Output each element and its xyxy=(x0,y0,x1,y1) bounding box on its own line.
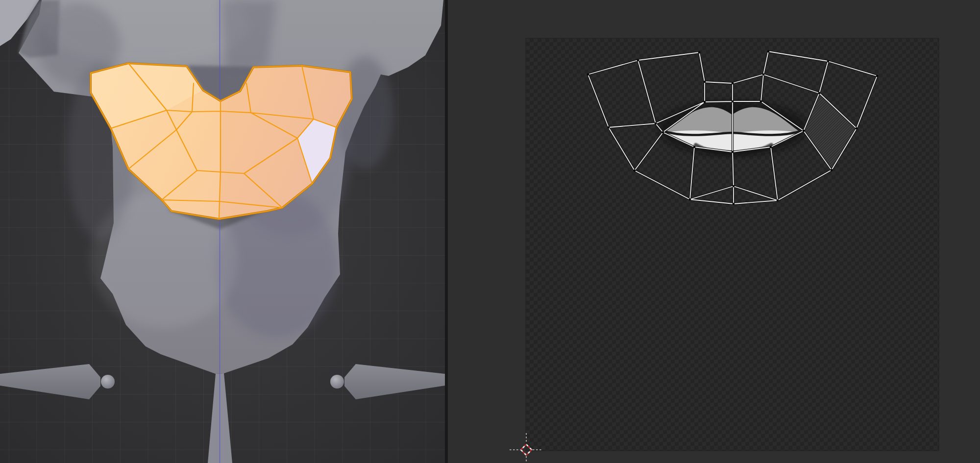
uv-vertex[interactable] xyxy=(777,199,779,202)
uv-vertex[interactable] xyxy=(655,122,657,125)
uv-vertex[interactable] xyxy=(732,82,734,85)
uv-vertex[interactable] xyxy=(662,131,664,134)
uv-vertex[interactable] xyxy=(876,75,879,77)
uv-vertex[interactable] xyxy=(608,126,610,129)
uv-vertex[interactable] xyxy=(856,127,858,130)
uv-vertex[interactable] xyxy=(693,146,696,148)
bone-joint-left[interactable] xyxy=(101,375,115,389)
3d-viewport[interactable] xyxy=(0,0,445,463)
uv-vertex[interactable] xyxy=(637,59,639,62)
uv-vertex[interactable] xyxy=(733,185,735,188)
uv-vertex[interactable] xyxy=(587,73,589,76)
blender-window xyxy=(0,0,980,463)
uv-vertex[interactable] xyxy=(827,60,830,63)
uv-vertex[interactable] xyxy=(732,151,734,153)
uv-vertex[interactable] xyxy=(689,198,691,201)
uv-vertex[interactable] xyxy=(698,51,701,54)
bone-joint-right[interactable] xyxy=(330,375,344,389)
uv-vertex[interactable] xyxy=(831,169,833,171)
uv-vertex[interactable] xyxy=(818,92,821,95)
uv-vertex[interactable] xyxy=(732,100,734,103)
uv-vertex[interactable] xyxy=(704,81,706,83)
uv-vertex[interactable] xyxy=(770,146,772,148)
uv-vertex[interactable] xyxy=(733,203,735,205)
uv-vertex[interactable] xyxy=(760,100,762,103)
uv-vertex[interactable] xyxy=(803,130,805,132)
uv-vertex[interactable] xyxy=(634,170,636,172)
uv-vertex[interactable] xyxy=(704,101,706,103)
uv-vertex[interactable] xyxy=(767,50,770,53)
uv-vertex[interactable] xyxy=(762,73,765,76)
uv-image-editor[interactable] xyxy=(448,0,980,463)
